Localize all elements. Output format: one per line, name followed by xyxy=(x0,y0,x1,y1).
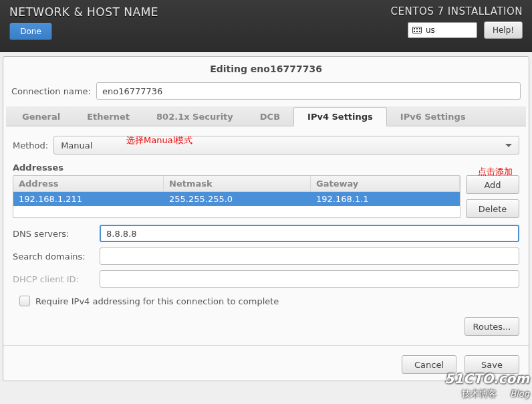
keyboard-layout-text: us xyxy=(426,25,435,35)
install-title: CENTOS 7 INSTALLATION xyxy=(391,5,523,17)
installer-header: NETWORK & HOST NAME Done CENTOS 7 INSTAL… xyxy=(0,0,532,52)
method-label: Method: xyxy=(13,140,48,150)
cancel-button[interactable]: Cancel xyxy=(402,355,456,374)
tab-dcb[interactable]: DCB xyxy=(247,108,293,126)
keyboard-layout-indicator[interactable]: us xyxy=(408,22,477,38)
tab-ethernet[interactable]: Ethernet xyxy=(74,108,143,126)
annotation-method: 选择Manual模式 xyxy=(126,134,192,146)
cell-netmask: 255.255.255.0 xyxy=(164,192,311,206)
edit-connection-dialog: Editing eno16777736 Connection name: Gen… xyxy=(3,56,529,381)
addresses-section-label: Addresses xyxy=(3,157,529,175)
watermark-sub-left: 技术博客 xyxy=(462,389,497,399)
routes-button[interactable]: Routes... xyxy=(464,317,519,336)
col-netmask[interactable]: Netmask xyxy=(164,176,311,191)
keyboard-icon xyxy=(412,27,422,33)
search-domains-input[interactable] xyxy=(100,247,519,265)
save-button[interactable]: Save xyxy=(464,355,519,374)
addresses-header-row: Address Netmask Gateway xyxy=(13,176,460,192)
method-combobox[interactable]: Manual xyxy=(53,136,519,155)
dns-input[interactable] xyxy=(100,225,519,242)
dhcp-client-id-input xyxy=(100,270,519,288)
tab-ipv4-settings[interactable]: IPv4 Settings xyxy=(293,107,387,126)
help-button[interactable]: Help! xyxy=(484,21,523,39)
col-address[interactable]: Address xyxy=(13,176,164,191)
header-left: NETWORK & HOST NAME Done xyxy=(9,5,158,46)
page-title: NETWORK & HOST NAME xyxy=(9,5,158,19)
connection-name-input[interactable] xyxy=(96,82,521,100)
dialog-title: Editing eno16777736 xyxy=(3,57,529,80)
method-value: Manual xyxy=(61,140,92,150)
tab-ipv6-settings[interactable]: IPv6 Settings xyxy=(387,108,479,126)
col-gateway[interactable]: Gateway xyxy=(311,176,460,191)
cell-address: 192.168.1.211 xyxy=(13,192,164,206)
dhcp-client-id-label: DHCP client ID: xyxy=(13,274,94,284)
done-button[interactable]: Done xyxy=(9,23,52,40)
table-row[interactable]: 192.168.1.211 255.255.255.0 192.168.1.1 xyxy=(13,192,460,206)
require-ipv4-checkbox[interactable] xyxy=(19,296,30,306)
require-ipv4-label: Require IPv4 addressing for this connect… xyxy=(35,296,279,306)
dns-label: DNS servers: xyxy=(13,229,94,239)
connection-name-label: Connection name: xyxy=(11,86,91,96)
watermark-sub-right: Blog xyxy=(510,389,529,399)
tab-8021x-security[interactable]: 802.1x Security xyxy=(143,108,247,126)
tab-general[interactable]: General xyxy=(9,108,74,126)
annotation-add: 点击添加 xyxy=(478,166,513,178)
delete-address-button[interactable]: Delete xyxy=(466,199,519,218)
cell-gateway: 192.168.1.1 xyxy=(311,192,460,206)
addresses-table[interactable]: Address Netmask Gateway 192.168.1.211 25… xyxy=(13,175,460,218)
add-address-button[interactable]: Add xyxy=(466,175,519,194)
search-domains-label: Search domains: xyxy=(13,251,94,262)
settings-tabs: General Ethernet 802.1x Security DCB IPv… xyxy=(6,106,526,126)
header-right: CENTOS 7 INSTALLATION us Help! xyxy=(391,5,523,46)
